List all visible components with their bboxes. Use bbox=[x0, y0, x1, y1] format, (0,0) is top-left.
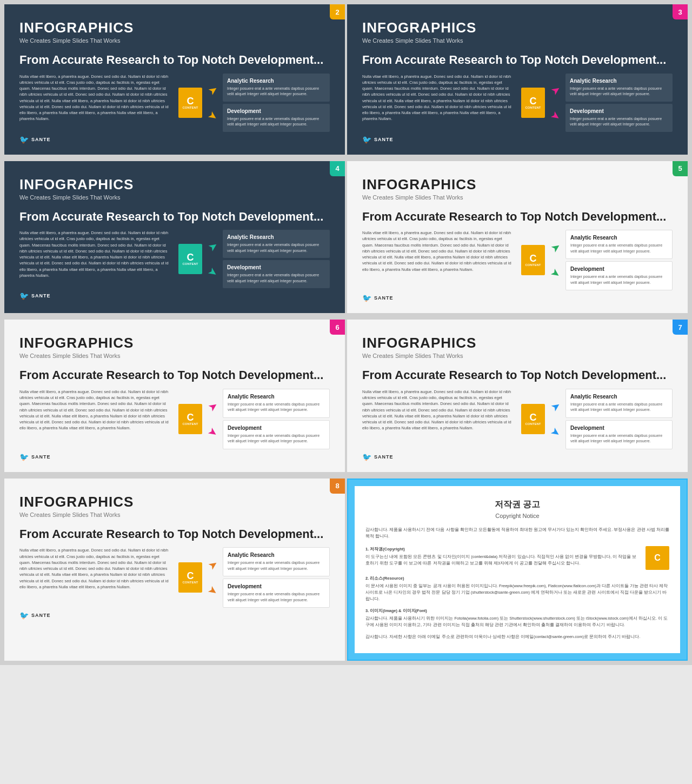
slide-8: 8 INFOGRAPHICS We Creates Simple Slides … bbox=[4, 479, 345, 661]
slide-2-arrow-up: ➤ bbox=[205, 82, 220, 97]
slide-6-body: Nulla vitae elit libero, a pharetra augu… bbox=[19, 389, 171, 431]
slide-2-col2-text: Integer posuere erat a ante venenatis da… bbox=[227, 116, 325, 128]
slide-6-col2: Development Integer posuere erat a ante … bbox=[223, 420, 330, 449]
slide-5-col1-text: Integer posuere erat a ante venenatis da… bbox=[570, 243, 668, 254]
slide-4-col2-text: Integer posuere erat a ante venenatis da… bbox=[227, 273, 325, 284]
slide-5: 5 INFOGRAPHICS We Creates Simple Slides … bbox=[347, 161, 688, 314]
slide-2-brand: 🐦 SANTE bbox=[19, 135, 330, 144]
slide-3-brand: 🐦 SANTE bbox=[362, 135, 673, 144]
slide-8-col2-title: Development bbox=[228, 583, 325, 589]
slide-6-heading: From Accurate Research to Top Notch Deve… bbox=[19, 368, 330, 383]
slide-7-col1-title: Analytic Research bbox=[570, 394, 668, 400]
slide-5-col2: Development Integer posuere erat a ante … bbox=[565, 261, 673, 290]
slide-5-col1: Analytic Research Integer posuere erat a… bbox=[565, 230, 673, 259]
slide-6-title: INFOGRAPHICS bbox=[19, 335, 330, 351]
slide-5-col2-title: Development bbox=[570, 266, 668, 272]
slide-2-brand-icon: 🐦 bbox=[19, 135, 29, 144]
slide-5-subtitle: We Creates Simple Slides That Works bbox=[362, 194, 673, 201]
slide-3-title: INFOGRAPHICS bbox=[362, 19, 673, 36]
slide-2-col2: Development Integer posuere erat a ante … bbox=[223, 104, 330, 132]
copyright-section1-title: 1. 저작권(Copyright) bbox=[365, 546, 639, 553]
slide-3-brand-icon: 🐦 bbox=[362, 135, 371, 144]
slide-8-brand-icon: 🐦 bbox=[19, 611, 29, 620]
copyright-section3-body: 감사합니다. 제품을 사용하시기 위한 이미지는 Fotolia(www.fot… bbox=[365, 615, 669, 628]
slide-8-title: INFOGRAPHICS bbox=[19, 494, 330, 510]
slide-7-col2-text: Integer posuere erat a ante venenatis da… bbox=[570, 433, 668, 444]
slide-4-col1: Analytic Research Integer posuere erat a… bbox=[223, 230, 330, 258]
slide-2-col1-title: Analytic Research bbox=[227, 78, 325, 84]
slide-2-brand-text: SANTE bbox=[31, 137, 51, 142]
slide-3-brand-text: SANTE bbox=[374, 137, 394, 142]
slide-7-arrow-down: ➤ bbox=[548, 424, 563, 440]
slide-3-col1-text: Integer posuere erat a ante venenatis da… bbox=[570, 86, 668, 97]
slide-3-col1: Analytic Research Integer posuere erat a… bbox=[565, 74, 673, 102]
slide-3-col2-title: Development bbox=[570, 108, 668, 114]
slide-3-icon: C CONTENT bbox=[521, 88, 545, 118]
slide-5-heading: From Accurate Research to Top Notch Deve… bbox=[362, 209, 673, 225]
slide-7-heading: From Accurate Research to Top Notch Deve… bbox=[362, 368, 673, 383]
slide-4-body: Nulla vitae elit libero, a pharetra augu… bbox=[19, 230, 171, 278]
slide-3-subtitle: We Creates Simple Slides That Works bbox=[362, 37, 673, 44]
slide-3-body: Nulla vitae elit libero, a pharetra augu… bbox=[362, 74, 514, 122]
slide-7-title: INFOGRAPHICS bbox=[362, 335, 673, 351]
slide-5-arrow-up: ➤ bbox=[548, 239, 563, 255]
slide-5-arrow-down: ➤ bbox=[548, 265, 563, 281]
slide-8-arrow-down: ➤ bbox=[205, 583, 220, 599]
slide-8-subtitle: We Creates Simple Slides That Works bbox=[19, 511, 330, 518]
slide-6-arrow-down: ➤ bbox=[205, 424, 220, 440]
copyright-subtitle: Copyright Notice bbox=[365, 513, 669, 519]
slide-3: 3 INFOGRAPHICS We Creates Simple Slides … bbox=[347, 4, 688, 155]
slide-number-4: 4 bbox=[330, 161, 345, 176]
slide-8-col1-text: Integer posuere erat a ante venenatis da… bbox=[228, 560, 325, 572]
slide-5-icon: C CONTENT bbox=[521, 245, 545, 275]
copyright-section2-title: 2. 리소스(Resource) bbox=[365, 575, 669, 582]
slide-5-col1-title: Analytic Research bbox=[570, 235, 668, 241]
slide-8-brand: 🐦 SANTE bbox=[19, 611, 330, 620]
slide-4-col1-text: Integer posuere erat a ante venenatis da… bbox=[227, 242, 325, 254]
slide-2-col1-text: Integer posuere erat a ante venenatis da… bbox=[227, 86, 325, 97]
slide-number-6: 6 bbox=[330, 320, 345, 335]
slide-8-arrow-up: ➤ bbox=[205, 557, 220, 573]
copyright-intro: 감사합니다. 제품을 사용하시기 전에 다음 사항을 확인하고 모든활동에 적용… bbox=[365, 527, 669, 540]
slide-5-brand: 🐦 SANTE bbox=[362, 294, 673, 302]
slide-7-brand-icon: 🐦 bbox=[362, 453, 371, 461]
slide-4-col1-title: Analytic Research bbox=[227, 234, 325, 240]
slide-7: 7 INFOGRAPHICS We Creates Simple Slides … bbox=[347, 320, 688, 472]
slide-8-col2-text: Integer posuere erat a ante venenatis da… bbox=[228, 592, 325, 603]
slide-4-heading: From Accurate Research to Top Notch Deve… bbox=[19, 209, 330, 225]
slide-3-col1-title: Analytic Research bbox=[570, 78, 668, 84]
slide-number-5: 5 bbox=[673, 161, 688, 176]
slide-6-col2-title: Development bbox=[228, 425, 325, 431]
slide-8-col1-title: Analytic Research bbox=[228, 552, 325, 558]
slide-6-brand-icon: 🐦 bbox=[19, 453, 29, 461]
slide-4-subtitle: We Creates Simple Slides That Works bbox=[19, 194, 330, 201]
slide-4-brand: 🐦 SANTE bbox=[19, 291, 330, 300]
slide-5-brand-icon: 🐦 bbox=[362, 294, 371, 302]
copyright-section2-body: 이 문서에 사용된 이미지 중 일부는 공개 사용이 허용된 이미지입니다. F… bbox=[365, 583, 669, 602]
slide-3-heading: From Accurate Research to Top Notch Deve… bbox=[362, 52, 673, 68]
slide-7-subtitle: We Creates Simple Slides That Works bbox=[362, 353, 673, 359]
slide-2-arrow-down: ➤ bbox=[205, 108, 220, 123]
slide-7-col1-text: Integer posuere erat a ante venenatis da… bbox=[570, 402, 668, 413]
slide-number-7: 7 bbox=[673, 320, 688, 335]
slide-8-brand-text: SANTE bbox=[31, 613, 51, 618]
slide-number-2: 2 bbox=[330, 4, 345, 19]
slide-8-col2: Development Integer posuere erat a ante … bbox=[223, 579, 330, 608]
slide-7-icon: C CONTENT bbox=[521, 404, 545, 434]
slide-6-brand: 🐦 SANTE bbox=[19, 453, 330, 461]
slide-2-heading: From Accurate Research to Top Notch Deve… bbox=[19, 52, 330, 68]
slide-3-arrow-up: ➤ bbox=[548, 82, 563, 97]
slide-6-brand-text: SANTE bbox=[31, 454, 51, 460]
copyright-slide: 저작권 공고 Copyright Notice 감사합니다. 제품을 사용하시기… bbox=[347, 479, 688, 661]
copyright-icon: C bbox=[646, 546, 669, 570]
slide-2: 2 INFOGRAPHICS We Creates Simple Slides … bbox=[4, 4, 345, 155]
slide-4-icon: C CONTENT bbox=[178, 244, 202, 274]
slide-2-title: INFOGRAPHICS bbox=[19, 19, 330, 36]
slide-number-8: 8 bbox=[330, 479, 345, 494]
slide-7-body: Nulla vitae elit libero, a pharetra augu… bbox=[362, 389, 514, 431]
slide-4-brand-text: SANTE bbox=[31, 293, 51, 298]
slide-6-subtitle: We Creates Simple Slides That Works bbox=[19, 353, 330, 359]
slide-2-body: Nulla vitae elit libero, a pharetra augu… bbox=[19, 74, 171, 122]
slide-3-arrow-down: ➤ bbox=[548, 108, 563, 123]
slide-5-body: Nulla vitae elit libero, a pharetra augu… bbox=[362, 230, 514, 273]
